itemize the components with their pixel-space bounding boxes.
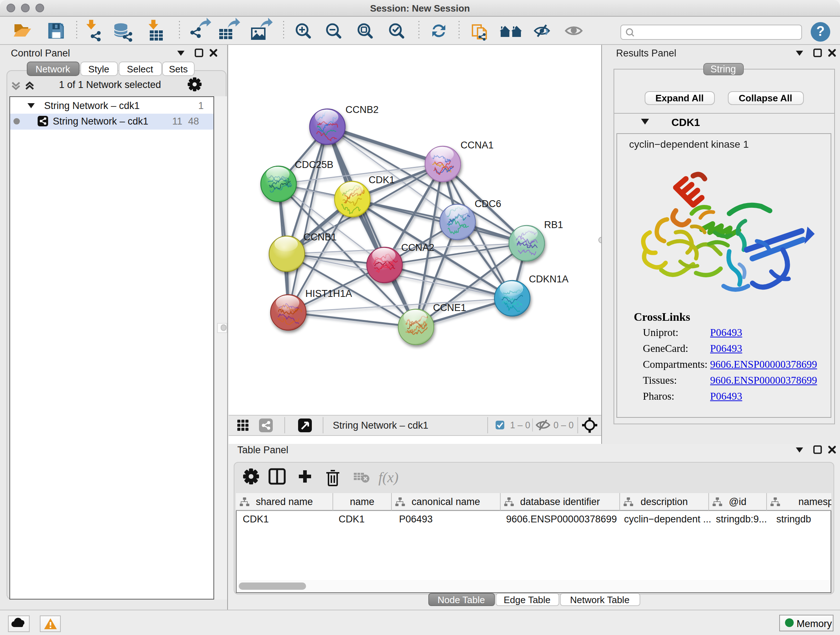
svg-text:0 – 0: 0 – 0 xyxy=(553,420,573,430)
svg-text:HIST1H1A: HIST1H1A xyxy=(305,288,352,299)
svg-text:1 of 1 Network selected: 1 of 1 Network selected xyxy=(59,79,161,90)
svg-text:CDK1: CDK1 xyxy=(338,513,364,524)
svg-text:CDKN1A: CDKN1A xyxy=(529,273,568,284)
svg-text:CDC6: CDC6 xyxy=(474,198,501,209)
svg-text:CCNE1: CCNE1 xyxy=(433,302,466,313)
svg-text:@id: @id xyxy=(729,496,746,507)
svg-text:name: name xyxy=(349,496,374,507)
svg-text:description: description xyxy=(640,496,688,507)
svg-text:CDK1: CDK1 xyxy=(368,174,394,185)
svg-text:11: 11 xyxy=(172,116,182,127)
svg-text:1: 1 xyxy=(198,100,204,111)
svg-text:P06493: P06493 xyxy=(399,513,432,524)
svg-text:?: ? xyxy=(816,23,824,38)
svg-text:String Network – cdk1: String Network – cdk1 xyxy=(332,420,428,431)
svg-text:CDK1: CDK1 xyxy=(242,513,268,524)
svg-text:f(x): f(x) xyxy=(378,469,398,486)
svg-text:CCNA2: CCNA2 xyxy=(401,242,434,253)
svg-text:48: 48 xyxy=(188,116,199,127)
svg-text:namespace: namespace xyxy=(798,496,831,507)
svg-text:canonical name: canonical name xyxy=(411,496,480,507)
svg-text:database identifier: database identifier xyxy=(520,496,600,507)
svg-text:cyclin−dependent ...: cyclin−dependent ... xyxy=(624,513,711,524)
svg-text:CCNA1: CCNA1 xyxy=(460,139,493,150)
svg-text:CDC25B: CDC25B xyxy=(294,159,333,170)
svg-text:CCNB1: CCNB1 xyxy=(303,231,336,242)
svg-text:stringdb:9...: stringdb:9... xyxy=(715,513,767,524)
svg-text:1 – 0: 1 – 0 xyxy=(510,420,530,430)
svg-text:RB1: RB1 xyxy=(544,219,563,230)
svg-text:CCNB2: CCNB2 xyxy=(345,104,378,115)
svg-text:String Network – cdk1: String Network – cdk1 xyxy=(53,116,148,127)
svg-text:9606.ENSP00000378699: 9606.ENSP00000378699 xyxy=(506,513,616,524)
svg-text:shared name: shared name xyxy=(256,496,313,507)
svg-text:stringdb: stringdb xyxy=(776,513,811,524)
svg-text:String Network – cdk1: String Network – cdk1 xyxy=(44,100,140,111)
